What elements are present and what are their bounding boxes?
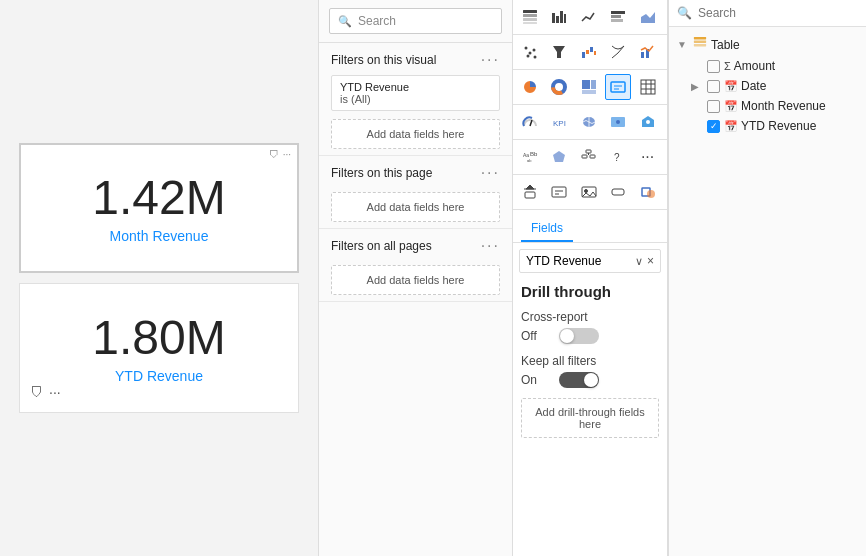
ytd-revenue-filter-chip[interactable]: YTD Revenue is (All)	[331, 75, 500, 111]
matrix-icon[interactable]	[635, 74, 661, 100]
svg-rect-66	[694, 44, 706, 47]
svg-point-63	[647, 190, 655, 198]
waterfall-icon[interactable]	[576, 39, 602, 65]
line-chart-icon[interactable]	[576, 4, 602, 30]
svg-rect-50	[582, 155, 587, 158]
ytd-revenue-checkbox[interactable]: ✓	[707, 120, 720, 133]
svg-text:?: ?	[614, 152, 620, 163]
add-field-all-pages-button[interactable]: Add data fields here	[331, 265, 500, 295]
svg-rect-26	[582, 80, 590, 89]
fields-search-icon: 🔍	[677, 6, 692, 20]
funnel-icon[interactable]	[546, 39, 572, 65]
svg-text:ab: ab	[527, 158, 532, 163]
image-icon[interactable]	[576, 179, 602, 205]
tree-item-table[interactable]: ▼ Table	[669, 33, 866, 56]
tab-fields[interactable]: Fields	[521, 216, 573, 242]
add-field-page-button[interactable]: Add data fields here	[331, 192, 500, 222]
add-drillthrough-fields-button[interactable]: Add drill-through fields here	[521, 398, 659, 438]
icon-grid-row2	[513, 35, 667, 70]
more-visuals-icon[interactable]: ···	[635, 144, 661, 170]
card2-menu-button[interactable]: ···	[49, 384, 61, 400]
svg-rect-8	[611, 11, 625, 14]
table-icon[interactable]	[517, 4, 543, 30]
search-icon: 🔍	[338, 15, 352, 28]
date-calendar-icon: 📅	[724, 80, 738, 93]
kpi-icon[interactable]: KPI	[546, 109, 572, 135]
slicer-icon[interactable]	[517, 179, 543, 205]
date-checkbox[interactable]	[707, 80, 720, 93]
stacked-bar-icon[interactable]	[605, 4, 631, 30]
icon-grid-row5: AaabBb ? ···	[513, 140, 667, 175]
svg-rect-65	[694, 40, 706, 43]
donut-chart-icon[interactable]	[546, 74, 572, 100]
month-revenue-checkbox[interactable]	[707, 100, 720, 113]
area-chart-icon[interactable]	[635, 4, 661, 30]
card-menu-button[interactable]: ···	[283, 149, 291, 160]
amount-sum-icon: Σ	[724, 60, 731, 72]
amount-label: Amount	[734, 59, 775, 73]
keep-filters-state: On	[521, 373, 551, 387]
svg-rect-28	[582, 90, 596, 94]
drillthrough-section: Drill through Cross-report Off Keep all …	[513, 277, 667, 444]
amount-checkbox[interactable]	[707, 60, 720, 73]
combo-chart-icon[interactable]	[635, 39, 661, 65]
shape-icon[interactable]	[635, 179, 661, 205]
svg-rect-61	[612, 189, 624, 195]
ytd-revenue-card[interactable]: ⛉ ··· 1.80M YTD Revenue	[19, 283, 299, 413]
tree-item-month-revenue[interactable]: 📅 Month Revenue	[669, 96, 866, 116]
filters-on-page-menu[interactable]: ···	[481, 169, 500, 177]
close-icon[interactable]: ×	[647, 254, 654, 268]
keep-filters-toggle[interactable]	[559, 372, 599, 388]
tree-item-ytd-revenue[interactable]: ✓ 📅 YTD Revenue	[669, 116, 866, 136]
filter-search-input[interactable]: 🔍 Search	[329, 8, 502, 34]
filters-on-visual-menu[interactable]: ···	[481, 56, 500, 64]
month-revenue-card[interactable]: ⛉ ··· 1.42M Month Revenue	[19, 143, 299, 273]
svg-rect-48	[586, 150, 591, 153]
filter-chip-condition: is (All)	[340, 93, 491, 105]
treemap-icon[interactable]	[576, 74, 602, 100]
table-icon-tree	[693, 36, 707, 53]
month-revenue-calendar-icon: 📅	[724, 100, 738, 113]
word-cloud-icon[interactable]: AaabBb	[517, 144, 543, 170]
gauge-icon[interactable]	[517, 109, 543, 135]
fields-area: YTD Revenue ∨ ×	[513, 243, 667, 277]
svg-rect-64	[694, 37, 706, 40]
filled-map-icon[interactable]	[605, 109, 631, 135]
qna-icon[interactable]: ?	[605, 144, 631, 170]
ytd-revenue-tree-label: YTD Revenue	[741, 119, 816, 133]
svg-rect-56	[552, 187, 566, 197]
svg-point-12	[525, 47, 528, 50]
textbox-icon[interactable]	[546, 179, 572, 205]
fields-search-input[interactable]	[698, 6, 858, 20]
tree-item-amount[interactable]: Σ Amount	[669, 56, 866, 76]
bar-chart-icon[interactable]	[546, 4, 572, 30]
cross-report-toggle[interactable]	[559, 328, 599, 344]
decomposition-icon[interactable]	[576, 144, 602, 170]
field-dropdown-controls: ∨ ×	[635, 254, 654, 268]
shape-map-icon[interactable]	[546, 144, 572, 170]
pie-chart-icon[interactable]	[517, 74, 543, 100]
filters-on-visual-title: Filters on this visual	[331, 53, 436, 67]
ribbon-icon[interactable]	[605, 39, 631, 65]
svg-rect-2	[523, 18, 537, 21]
card-viz-icon[interactable]	[605, 74, 631, 100]
filters-panel: 🔍 Search Filters on this visual ··· YTD …	[318, 0, 513, 556]
card2-filter-icon: ⛉	[30, 385, 43, 400]
add-field-visual-button[interactable]: Add data fields here	[331, 119, 500, 149]
svg-rect-7	[564, 14, 566, 23]
map-icon[interactable]	[576, 109, 602, 135]
svg-rect-4	[552, 13, 555, 23]
filters-on-all-pages-menu[interactable]: ···	[481, 242, 500, 250]
azure-map-icon[interactable]	[635, 109, 661, 135]
svg-rect-0	[523, 10, 537, 13]
filters-on-all-pages-title: Filters on all pages	[331, 239, 432, 253]
chevron-down-icon[interactable]: ∨	[635, 255, 643, 268]
tree-item-date[interactable]: ▶ 📅 Date	[669, 76, 866, 96]
keep-filters-toggle-container: On	[521, 372, 659, 388]
scatter-icon[interactable]	[517, 39, 543, 65]
ytd-revenue-label: YTD Revenue	[115, 368, 203, 384]
month-revenue-tree-label: Month Revenue	[741, 99, 826, 113]
svg-rect-1	[523, 14, 537, 17]
field-dropdown[interactable]: YTD Revenue ∨ ×	[519, 249, 661, 273]
button-icon[interactable]	[605, 179, 631, 205]
